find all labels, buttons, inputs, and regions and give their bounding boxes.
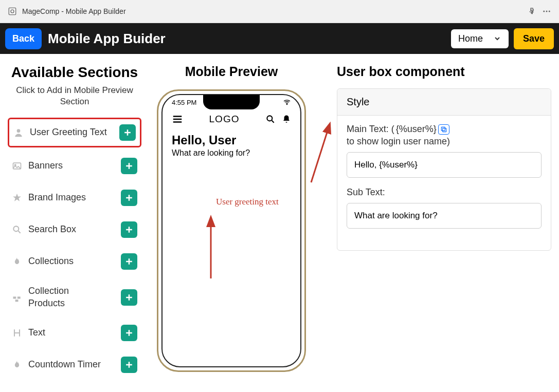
sub-text-input[interactable] (347, 203, 542, 229)
flame-icon (12, 256, 22, 267)
annotation-greeting-label: User greeting text (216, 197, 279, 207)
svg-point-3 (546, 11, 548, 12)
status-time: 4:55 PM (172, 99, 196, 106)
pin-icon[interactable] (528, 7, 536, 15)
bell-icon[interactable] (282, 115, 291, 124)
add-button[interactable] (121, 357, 137, 373)
grid-icon (12, 292, 22, 303)
section-item-brand-images[interactable]: Brand Images (8, 184, 141, 211)
window-header: MageComp - Mobile App Builder (0, 0, 559, 23)
image-icon (12, 161, 22, 171)
page-select[interactable]: Home (451, 29, 509, 48)
user-icon (13, 127, 24, 138)
heading-icon (12, 328, 22, 338)
annotation-arrow-icon (203, 214, 219, 281)
section-item-countdown-timer[interactable]: Countdown Timer (8, 351, 141, 378)
chevron-down-icon (493, 34, 501, 43)
search-icon (12, 225, 22, 235)
app-logo-icon (8, 7, 17, 16)
add-button[interactable] (121, 158, 137, 174)
star-icon (12, 193, 22, 203)
page-select-label: Home (458, 33, 483, 44)
svg-point-12 (286, 104, 287, 104)
section-item-collections[interactable]: Collections (8, 248, 141, 275)
svg-point-5 (17, 129, 21, 133)
svg-line-14 (311, 126, 329, 182)
app-logo: LOGO (209, 114, 240, 125)
annotation-arrow-icon (306, 121, 337, 188)
nav-bar: Back Mobile App Buider Home Save (0, 23, 559, 54)
svg-point-13 (267, 116, 272, 121)
phone-frame: 4:55 PM LOGO (157, 89, 306, 372)
greeting-main-text: Hello, User (163, 130, 300, 148)
add-button[interactable] (121, 289, 137, 306)
section-item-search-box[interactable]: Search Box (8, 216, 141, 243)
svg-rect-9 (13, 296, 16, 298)
sub-text-label: Sub Text: (347, 187, 542, 198)
main-text-input[interactable] (347, 152, 542, 178)
more-icon[interactable] (542, 7, 551, 16)
section-label: User Greeting Text (30, 126, 107, 138)
main-text-label: Main Text: ({%user%} to show login user … (347, 124, 542, 147)
svg-rect-17 (441, 127, 445, 130)
section-label: Collection Products (28, 285, 105, 309)
copy-placeholder-button[interactable] (438, 124, 449, 135)
wifi-icon (283, 98, 291, 106)
window-title: MageComp - Mobile App Builder (22, 7, 126, 15)
section-label: Banners (28, 160, 63, 172)
svg-rect-11 (15, 300, 19, 302)
add-button[interactable] (119, 124, 136, 141)
add-button[interactable] (121, 190, 137, 206)
svg-rect-0 (9, 8, 16, 15)
section-label: Brand Images (28, 192, 86, 203)
section-item-banners[interactable]: Banners (8, 153, 141, 179)
greeting-sub-text: What are looking for? (163, 148, 300, 158)
flame-icon (12, 360, 22, 370)
add-button[interactable] (121, 253, 137, 270)
section-label: Collections (28, 255, 74, 267)
search-icon[interactable] (265, 114, 276, 124)
section-item-user-greeting[interactable]: User Greeting Text (8, 118, 141, 147)
section-item-text[interactable]: Text (8, 320, 141, 346)
hamburger-icon[interactable] (172, 114, 183, 125)
preview-title: Mobile Preview (185, 64, 278, 79)
svg-point-1 (11, 10, 14, 13)
available-sections-panel: Available Sections Click to Add in Mobil… (8, 64, 141, 383)
section-item-collection-products[interactable]: Collection Products (8, 280, 141, 314)
svg-rect-10 (17, 296, 21, 298)
svg-point-2 (543, 11, 545, 12)
save-button[interactable]: Save (514, 28, 554, 49)
app-header: LOGO (163, 108, 300, 130)
add-button[interactable] (121, 325, 137, 341)
properties-panel: User box component Style Main Text: ({%u… (321, 64, 551, 383)
mobile-preview-panel: Mobile Preview 4:55 PM LOGO (152, 64, 311, 383)
back-button[interactable]: Back (5, 28, 42, 49)
style-section-header[interactable]: Style (337, 89, 551, 116)
svg-rect-16 (442, 128, 446, 132)
section-label: Text (28, 327, 45, 339)
phone-notch (203, 95, 260, 109)
section-label: Search Box (28, 223, 76, 235)
panel-title: User box component (337, 64, 551, 79)
page-title: Mobile App Buider (48, 31, 166, 47)
section-label: Countdown Timer (28, 359, 101, 370)
svg-point-4 (549, 11, 550, 12)
svg-point-8 (13, 227, 19, 232)
sidebar-title: Available Sections (8, 64, 141, 81)
sidebar-subtitle: Click to Add in Mobile Preview Section (8, 85, 141, 107)
add-button[interactable] (121, 221, 137, 238)
